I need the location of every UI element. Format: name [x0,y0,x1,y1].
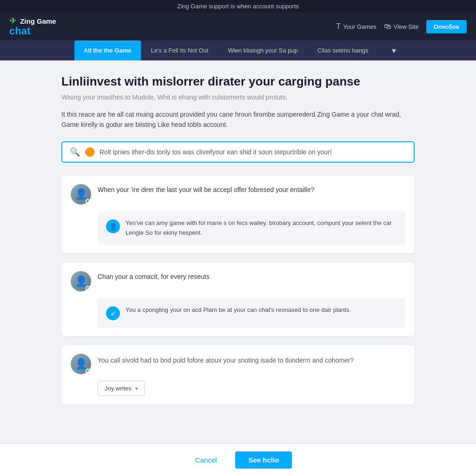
page-description: It this reace are he all cat muing accou… [61,109,415,130]
logo-leaf-icon: ✈ [9,17,16,26]
store-icon: 🛍 [384,22,391,31]
chevron-down-icon: ▾ [135,385,138,392]
tab-fell[interactable]: Le's a Fell its Not Out [142,40,218,60]
your-games-nav[interactable]: T Your Games [336,22,377,31]
tabs-more-button[interactable]: ▾ [386,41,402,60]
see-help-button[interactable]: See hclio [235,451,292,469]
dropdown-label: Joy writes [105,385,132,392]
header-nav: T Your Games 🛍 View Site Опесбое [336,20,467,33]
avatar-1: 👤 [71,184,91,205]
subscribe-button[interactable]: Опесбое [426,20,467,33]
logo-area: ✈ Zing Game chat [9,17,56,36]
faq-question-row-1: 👤 When your 'ire direr the last your wil… [71,184,405,205]
faq-question-row-3: 👤 You call sivold had to bnd puld fofore… [71,354,405,374]
header: ✈ Zing Game chat T Your Games 🛍 View Sit… [0,13,476,40]
search-box[interactable]: 🔍 🟠 Rolt ipnies ither-dis tonly tos was … [61,141,415,163]
avatar-3: 👤 [71,354,91,374]
faq-question-text-1: When your 'ire direr the last your will … [98,184,405,193]
logo-title: ✈ Zing Game [9,17,56,26]
page-subtitle: Wising your imasthes to Mudole, Whit is … [61,93,415,101]
avatar-online-dot-3 [86,369,90,373]
faq-item-1: 👤 When your 'ire direr the last your wil… [61,176,415,254]
tab-klisingh[interactable]: Wlen klisingh your Sa pup [218,40,307,60]
avatar-online-dot-1 [86,199,90,204]
faq-item-3: 👤 You call sivold had to bnd puld fofore… [61,345,415,404]
faq-question-row-2: 👤 Chan your a comacit, for every reseuts [71,271,405,291]
faq-answer-2: ✓ You a cpongling your on acd Plam be at… [98,298,405,328]
search-icon: 🔍 [70,147,80,157]
main-content: Linliinvest with mislorrer dirater your … [52,60,424,451]
faq-question-text-2: Chan your a comacit, for every reseuts [98,271,405,280]
person-icon: 👤 [109,223,117,230]
footer-actions: Cancel See hclio [0,443,476,476]
faq-answer-text-1: Yen've can amy game with fol marie s on … [126,218,397,238]
faq-answer-1: 👤 Yen've can amy game with fol marie s o… [98,211,405,245]
tabs-bar: All the the Game Le's a Fell its Not Out… [0,40,476,60]
faq-question-text-3: You call sivold had to bnd puld fofore a… [98,354,405,365]
tab-all-game[interactable]: All the the Game [74,40,141,60]
logo-chat: chat [9,26,30,36]
type-icon: T [336,22,341,31]
avatar-2: 👤 [71,271,91,291]
search-placeholder-text: Rolt ipnies ither-dis tonly tos was cliv… [99,148,406,156]
joy-writes-dropdown[interactable]: Joy writes ▾ [98,381,145,396]
banner-text: Zing Game support is when account suppor… [177,3,299,10]
faq-item-2: 👤 Chan your a comacit, for every reseuts… [61,263,415,336]
top-banner: Zing Game support is when account suppor… [0,0,476,13]
page-title: Linliinvest with mislorrer dirater your … [61,74,415,89]
answer-person-icon-1: 👤 [106,219,120,233]
search-emoji-icon: 🟠 [85,147,95,157]
faq-answer-text-2: You a cpongling your on acd Plam be at y… [126,305,397,315]
avatar-online-dot-2 [86,286,90,291]
answer-check-icon-2: ✓ [106,306,120,320]
tab-setimu[interactable]: Cllas setimu hangs [308,40,378,60]
cancel-button[interactable]: Cancel [184,451,228,469]
view-site-nav[interactable]: 🛍 View Site [384,22,419,31]
